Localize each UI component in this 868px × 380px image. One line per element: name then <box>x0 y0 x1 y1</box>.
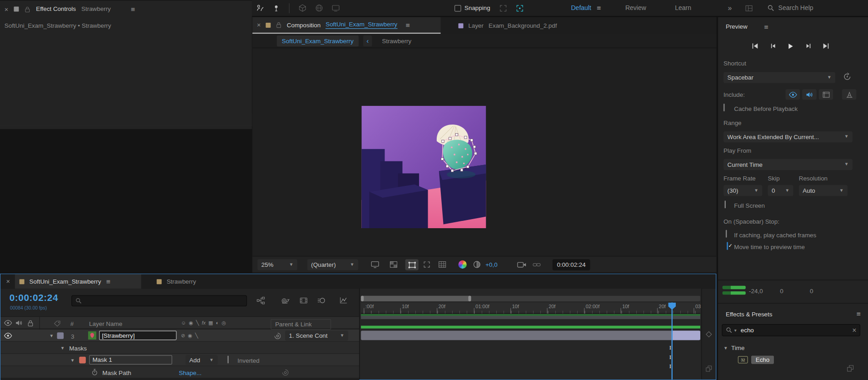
mask-visibility-icon[interactable] <box>405 259 419 270</box>
timeline-tab-inactive[interactable]: Strawberry <box>157 274 196 289</box>
masks-group-label[interactable]: Masks <box>69 345 87 351</box>
include-overlays-icon[interactable] <box>819 89 833 100</box>
axis-local-tool[interactable] <box>294 1 311 15</box>
reset-preview-icon[interactable] <box>843 73 851 81</box>
parent-link-column[interactable]: Parent & Link <box>271 319 331 330</box>
motion-blur-icon[interactable] <box>317 297 325 304</box>
layer-number-column[interactable]: # <box>70 321 74 327</box>
lock-icon[interactable] <box>276 22 282 29</box>
snapping-checkbox[interactable] <box>454 5 461 11</box>
composition-tab[interactable]: × Composition SoftUni_Exam_Strawberry ≡ <box>252 17 440 34</box>
play-button[interactable] <box>783 40 798 51</box>
timeline-search-input[interactable] <box>85 297 243 304</box>
composition-tab-menu-icon[interactable]: ≡ <box>406 21 410 29</box>
mask-mode-dropdown[interactable]: Add▼ <box>185 355 218 365</box>
layer-tab[interactable]: Layer Exam_Background_2.pdf <box>459 17 557 34</box>
exposure-value[interactable]: +0,0 <box>485 262 497 268</box>
workspace-tab-review[interactable]: Review <box>625 5 646 11</box>
upper-layer-bar[interactable] <box>361 314 700 319</box>
timeline-current-timecode[interactable]: 0:00:02:24 <box>10 293 58 303</box>
next-frame-button[interactable] <box>801 40 816 51</box>
eye-column-icon[interactable] <box>4 320 12 326</box>
pick-whip-icon[interactable] <box>274 332 281 340</box>
graph-editor-icon[interactable] <box>339 296 348 304</box>
marker-bin-icon[interactable] <box>705 331 713 338</box>
close-icon[interactable]: × <box>257 22 261 29</box>
effect-item-echo[interactable]: Echo <box>751 355 774 364</box>
region-of-interest-icon[interactable] <box>423 261 431 268</box>
parent-link-dropdown[interactable]: 1. Scene Cont▼ <box>285 331 348 341</box>
timeline-options-icon[interactable] <box>705 365 713 372</box>
roto-brush-tool[interactable] <box>251 1 268 15</box>
timeline-search[interactable] <box>71 295 247 306</box>
selected-layer-bar[interactable] <box>361 331 700 340</box>
effects-search[interactable]: ▼ × <box>722 324 860 336</box>
frame-rate-dropdown[interactable]: (30)▼ <box>723 185 762 196</box>
composition-image[interactable] <box>361 106 486 228</box>
mask-keyframe-icon[interactable]: I <box>669 345 671 350</box>
layer-name-input[interactable] <box>102 332 174 339</box>
shortcut-dropdown[interactable]: Spacebar▼ <box>723 72 835 83</box>
range-dropdown[interactable]: Work Area Extended By Current...▼ <box>723 131 853 142</box>
stopwatch-icon[interactable] <box>91 368 98 376</box>
mask-color-chip[interactable] <box>79 357 86 364</box>
magnification-dropdown[interactable]: 25%▼ <box>257 259 297 270</box>
close-icon[interactable]: × <box>5 6 9 13</box>
timeline-tab-active[interactable]: SoftUni_Exam_Strawberry ≡ <box>15 274 141 289</box>
effects-presets-title[interactable]: Effects & Presets <box>726 311 773 317</box>
preview-resolution-dropdown[interactable]: Auto▼ <box>799 185 848 196</box>
effect-controls-menu-icon[interactable]: ≡ <box>131 5 135 13</box>
snapping-toggle[interactable]: Snapping <box>454 5 490 11</box>
full-screen-checkbox[interactable] <box>725 200 726 208</box>
caching-checkbox[interactable] <box>726 230 727 238</box>
axis-view-tool[interactable] <box>327 1 344 15</box>
include-video-icon[interactable] <box>785 89 800 100</box>
transparency-grid-icon[interactable] <box>390 261 398 268</box>
color-wheel-icon[interactable] <box>459 260 467 269</box>
mask-inverted-checkbox[interactable] <box>228 355 229 363</box>
layer-name-edit-box[interactable] <box>99 331 177 340</box>
workspace-tab-learn[interactable]: Learn <box>675 5 691 11</box>
breadcrumb-parent[interactable]: SoftUni_Exam_Strawberry <box>277 35 359 46</box>
cache-before-playback-checkbox[interactable] <box>723 104 724 111</box>
pick-whip-icon[interactable] <box>282 369 289 376</box>
render-engine-icon[interactable] <box>842 89 857 100</box>
timeline-tab-menu-icon[interactable]: ≡ <box>106 278 110 285</box>
resize-grip-icon[interactable] <box>846 365 854 372</box>
close-icon[interactable]: × <box>6 278 10 285</box>
frame-blending-icon[interactable] <box>299 297 308 304</box>
preview-panel-title[interactable]: Preview <box>726 24 748 30</box>
mask-path-label[interactable]: Mask Path <box>102 370 131 376</box>
play-from-dropdown[interactable]: Current Time▼ <box>723 159 853 170</box>
layer-switches-icons[interactable]: ⊘ ◉ ╲ <box>181 334 198 339</box>
reset-exposure-icon[interactable] <box>473 260 481 269</box>
first-frame-button[interactable] <box>748 40 763 51</box>
label-column-icon[interactable] <box>54 320 61 327</box>
masks-twirl[interactable]: ▼ <box>60 346 65 351</box>
resolution-dropdown[interactable]: (Quarter)▼ <box>307 259 358 270</box>
mask-keyframe-icon[interactable]: I <box>669 363 671 369</box>
last-frame-button[interactable] <box>819 40 833 51</box>
lock-icon[interactable] <box>25 6 30 13</box>
effects-group-twirl[interactable]: ▼ <box>723 346 728 351</box>
lock-column-icon[interactable] <box>27 320 34 327</box>
link-icon[interactable] <box>533 263 541 267</box>
view-layout-icon[interactable] <box>371 261 379 268</box>
mini-flowchart-icon[interactable] <box>256 296 265 305</box>
effects-presets-menu-icon[interactable]: ≡ <box>856 310 860 317</box>
axis-world-tool[interactable] <box>310 1 327 15</box>
layer-visibility-eye-icon[interactable] <box>4 332 12 339</box>
puppet-pin-tool[interactable] <box>268 1 285 15</box>
workspace-grid-icon[interactable] <box>741 1 758 15</box>
previous-frame-button[interactable] <box>766 40 780 51</box>
preview-panel-menu-icon[interactable]: ≡ <box>764 23 768 30</box>
snapping-expand-icon[interactable] <box>494 1 511 15</box>
camera-icon[interactable] <box>517 261 527 268</box>
mask-name-box[interactable]: Mask 1 <box>89 355 172 365</box>
effect-controls-title[interactable]: Effect Controls <box>36 6 76 12</box>
audio-column-icon[interactable] <box>15 320 23 326</box>
mask-keyframe-icon[interactable]: I <box>669 354 671 360</box>
workspace-overflow-icon[interactable]: » <box>728 5 732 12</box>
preview-timecode[interactable]: 0:00:02:24 <box>553 259 590 270</box>
workspace-menu-icon[interactable]: ≡ <box>597 5 601 12</box>
